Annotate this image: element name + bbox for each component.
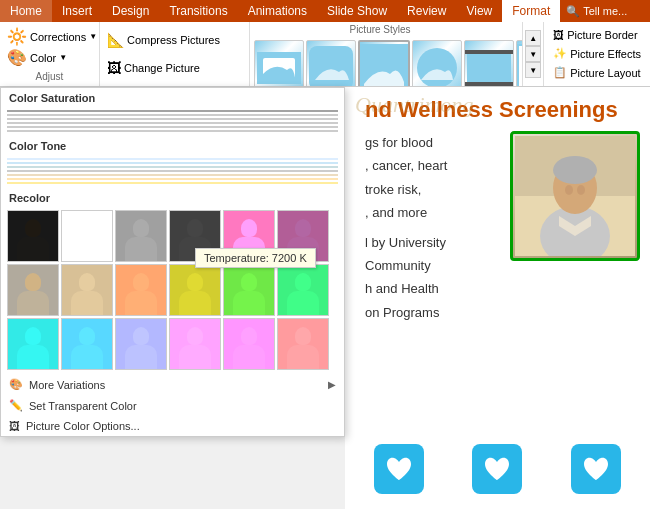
- gallery-scroll-up[interactable]: ▲: [525, 30, 541, 46]
- corrections-group: 🔆 Corrections ▼ 🎨 Color ▼ Adjust: [0, 22, 100, 86]
- tone-4[interactable]: [7, 174, 338, 176]
- svg-point-18: [577, 185, 585, 195]
- adjust-group-label: Adjust: [4, 69, 95, 82]
- pic-style-1[interactable]: [254, 40, 304, 86]
- picture-effects-label: Picture Effects: [570, 48, 641, 60]
- tone-6[interactable]: [7, 182, 338, 184]
- pic-style-6[interactable]: [516, 40, 522, 86]
- recolor-0[interactable]: [7, 210, 59, 262]
- ribbon-tabs: Home Insert Design Transitions Animation…: [0, 0, 650, 22]
- set-transparent-icon: ✏️: [9, 399, 23, 412]
- tone-0[interactable]: [7, 158, 338, 160]
- svg-rect-7: [465, 82, 513, 86]
- corrections-button[interactable]: 🔆 Corrections ▼: [4, 26, 95, 47]
- tab-transitions[interactable]: Transitions: [159, 0, 237, 22]
- recolor-15[interactable]: [169, 318, 221, 370]
- more-variations-item[interactable]: 🎨 More Variations ▶: [1, 374, 344, 395]
- text-line-4: l by University: [365, 231, 500, 254]
- tab-home[interactable]: Home: [0, 0, 52, 22]
- saturation-1[interactable]: [7, 114, 338, 116]
- recolor-row: [1, 208, 344, 374]
- slide-body: gs for blood , cancer, heart troke risk,…: [355, 131, 640, 324]
- picture-color-options-label: Picture Color Options...: [26, 420, 140, 432]
- tone-1[interactable]: [7, 162, 338, 164]
- picture-border-icon: 🖼: [553, 29, 564, 41]
- heart-svg-3: [581, 454, 611, 484]
- pic-style-4[interactable]: [412, 40, 462, 86]
- corrections-label: Corrections: [30, 31, 86, 43]
- color-button[interactable]: 🎨 Color ▼: [4, 47, 95, 68]
- saturation-3[interactable]: [7, 122, 338, 124]
- change-picture-button[interactable]: 🖼 Change Picture: [104, 59, 245, 77]
- tab-format[interactable]: Format: [502, 0, 560, 22]
- saturation-0[interactable]: [7, 110, 338, 112]
- saturation-4[interactable]: [7, 126, 338, 128]
- svg-rect-5: [467, 52, 511, 84]
- tell-me-input[interactable]: 🔍 Tell me...: [560, 0, 633, 22]
- svg-rect-9: [521, 48, 522, 86]
- compress-icon: 📐: [107, 32, 124, 48]
- more-variations-icon: 🎨: [9, 378, 23, 391]
- saturation-2[interactable]: [7, 118, 338, 120]
- tab-animations[interactable]: Animations: [238, 0, 317, 22]
- person-illustration: [515, 136, 635, 256]
- text-line-6: h and Health: [365, 277, 500, 300]
- compress-group: 📐 Compress Pictures 🖼 Change Picture: [100, 22, 250, 86]
- recolor-14[interactable]: [115, 318, 167, 370]
- pic-style-2[interactable]: [306, 40, 356, 86]
- recolor-7[interactable]: [61, 264, 113, 316]
- gallery-expand[interactable]: ▼: [525, 62, 541, 78]
- tab-view[interactable]: View: [456, 0, 502, 22]
- svg-point-17: [565, 185, 573, 195]
- picture-color-options-item[interactable]: 🖼 Picture Color Options...: [1, 416, 344, 436]
- recolor-17[interactable]: [277, 318, 329, 370]
- text-line-2: troke risk,: [365, 178, 500, 201]
- tab-slideshow[interactable]: Slide Show: [317, 0, 397, 22]
- tone-2[interactable]: [7, 166, 338, 168]
- recolor-2[interactable]: [115, 210, 167, 262]
- color-dropdown-icon: ▼: [59, 53, 67, 62]
- health-icon-3: [571, 444, 621, 494]
- svg-rect-6: [465, 50, 513, 54]
- compress-pictures-button[interactable]: 📐 Compress Pictures: [104, 31, 245, 49]
- color-icon: 🎨: [7, 48, 27, 67]
- set-transparent-item[interactable]: ✏️ Set Transparent Color: [1, 395, 344, 416]
- tell-me-label: Tell me...: [583, 5, 627, 17]
- text-line-3: , and more: [365, 201, 500, 224]
- svg-point-16: [553, 156, 597, 184]
- recolor-6[interactable]: [7, 264, 59, 316]
- tone-5[interactable]: [7, 178, 338, 180]
- picture-styles-gallery: [250, 36, 522, 86]
- color-tone-row: [1, 156, 344, 188]
- saturation-5[interactable]: [7, 130, 338, 132]
- recolor-9[interactable]: [169, 264, 221, 316]
- more-variations-arrow: ▶: [328, 379, 336, 390]
- picture-border-button[interactable]: 🖼 Picture Border: [550, 28, 644, 42]
- compress-label: Compress Pictures: [127, 34, 220, 46]
- color-saturation-header: Color Saturation: [1, 88, 344, 108]
- pic-style-3[interactable]: [358, 40, 410, 86]
- recolor-16[interactable]: [223, 318, 275, 370]
- recolor-8[interactable]: [115, 264, 167, 316]
- tab-review[interactable]: Review: [397, 0, 456, 22]
- color-tone-header: Color Tone: [1, 136, 344, 156]
- tone-3[interactable]: [7, 170, 338, 172]
- picture-layout-button[interactable]: 📋 Picture Layout: [550, 65, 644, 80]
- more-variations-label: More Variations: [29, 379, 105, 391]
- pic-style-5[interactable]: [464, 40, 514, 86]
- corrections-icon: 🔆: [7, 27, 27, 46]
- tab-insert[interactable]: Insert: [52, 0, 102, 22]
- recolor-1[interactable]: [61, 210, 113, 262]
- ribbon: 🔆 Corrections ▼ 🎨 Color ▼ Adjust 📐 Compr…: [0, 22, 650, 87]
- text-line-0: gs for blood: [365, 131, 500, 154]
- recolor-10[interactable]: [223, 264, 275, 316]
- recolor-12[interactable]: [7, 318, 59, 370]
- picture-layout-label: Picture Layout: [570, 67, 640, 79]
- gallery-scroll-down[interactable]: ▼: [525, 46, 541, 62]
- recolor-13[interactable]: [61, 318, 113, 370]
- tab-design[interactable]: Design: [102, 0, 159, 22]
- picture-effects-button[interactable]: ✨ Picture Effects: [550, 46, 644, 61]
- picture-layout-icon: 📋: [553, 66, 567, 79]
- recolor-11[interactable]: [277, 264, 329, 316]
- text-line-1: , cancer, heart: [365, 154, 500, 177]
